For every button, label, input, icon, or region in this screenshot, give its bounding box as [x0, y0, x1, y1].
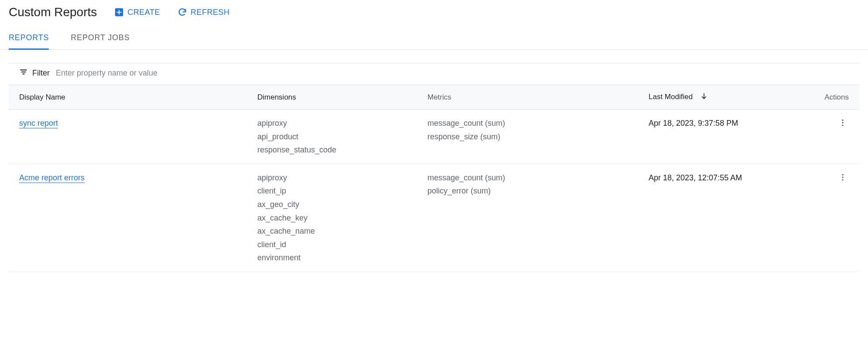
cell-dimensions: apiproxy client_ip ax_geo_city ax_cache_… — [247, 164, 417, 272]
table-row: Acme report errors apiproxy client_ip ax… — [9, 164, 859, 272]
tab-bar: REPORTS REPORT JOBS — [0, 27, 868, 50]
tab-reports[interactable]: REPORTS — [9, 27, 49, 50]
header-last-modified[interactable]: Last Modified — [638, 85, 808, 110]
filter-icon — [19, 68, 28, 79]
content-area: Filter Display Name Dimensions Metrics L… — [0, 50, 868, 272]
cell-metrics: message_count (sum) policy_error (sum) — [417, 164, 638, 272]
cell-display-name: Acme report errors — [9, 164, 247, 272]
header-actions: CREATE REFRESH — [114, 7, 229, 17]
more-actions-button[interactable] — [837, 117, 849, 130]
report-link[interactable]: Acme report errors — [19, 173, 85, 183]
cell-last-modified: Apr 18, 2023, 9:37:58 PM — [638, 110, 808, 164]
svg-point-5 — [842, 122, 843, 123]
refresh-icon — [178, 7, 187, 17]
reports-table: Display Name Dimensions Metrics Last Mod… — [9, 85, 859, 272]
more-vert-icon — [838, 176, 847, 183]
refresh-label: REFRESH — [191, 8, 230, 17]
report-link[interactable]: sync report — [19, 119, 58, 128]
refresh-button[interactable]: REFRESH — [178, 7, 230, 17]
cell-metrics: message_count (sum) response_size (sum) — [417, 110, 638, 164]
svg-point-7 — [842, 174, 843, 175]
cell-display-name: sync report — [9, 110, 247, 164]
svg-point-8 — [842, 176, 843, 178]
header-metrics[interactable]: Metrics — [417, 85, 638, 110]
header-display-name[interactable]: Display Name — [9, 85, 247, 110]
cell-actions — [808, 164, 859, 272]
header-actions: Actions — [808, 85, 859, 110]
svg-rect-3 — [23, 73, 25, 74]
svg-rect-1 — [21, 69, 27, 70]
plus-icon — [114, 7, 124, 17]
filter-label-group: Filter — [19, 68, 50, 79]
cell-last-modified: Apr 18, 2023, 12:07:55 AM — [638, 164, 808, 272]
page-header: Custom Reports CREATE REFRESH — [0, 0, 868, 27]
table-row: sync report apiproxy api_product respons… — [9, 110, 859, 164]
create-label: CREATE — [127, 8, 160, 17]
more-vert-icon — [838, 122, 847, 128]
svg-rect-2 — [21, 72, 26, 72]
page-title: Custom Reports — [9, 5, 97, 19]
tab-report-jobs[interactable]: REPORT JOBS — [71, 27, 130, 50]
arrow-down-icon — [700, 93, 708, 102]
filter-label-text: Filter — [32, 69, 50, 78]
cell-dimensions: apiproxy api_product response_status_cod… — [247, 110, 417, 164]
filter-input[interactable] — [56, 69, 849, 78]
svg-point-6 — [842, 124, 843, 126]
cell-actions — [808, 110, 859, 164]
header-dimensions[interactable]: Dimensions — [247, 85, 417, 110]
filter-bar: Filter — [9, 63, 859, 85]
more-actions-button[interactable] — [837, 171, 849, 185]
svg-point-4 — [842, 120, 843, 121]
header-last-modified-label: Last Modified — [649, 93, 693, 101]
svg-point-9 — [842, 179, 843, 180]
create-button[interactable]: CREATE — [114, 7, 160, 17]
table-header-row: Display Name Dimensions Metrics Last Mod… — [9, 85, 859, 110]
